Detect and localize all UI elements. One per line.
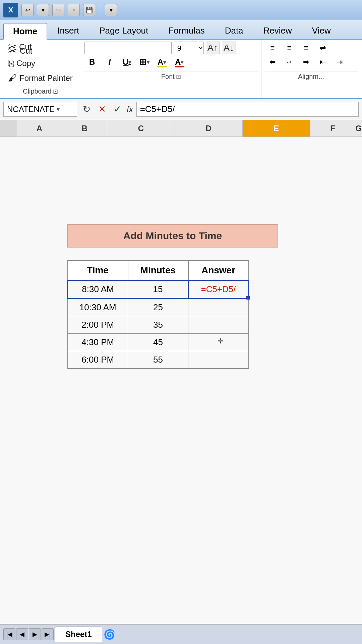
cell-minutes-4[interactable]: 45 (128, 334, 188, 351)
font-size-dropdown[interactable]: 9 (174, 42, 204, 54)
cell-answer-1[interactable]: =C5+D5/ (188, 280, 249, 299)
clipboard-label: Clipboard ⊡ (5, 86, 75, 95)
border-button[interactable]: ⊞ ▾ (137, 56, 152, 68)
alignment-label: Alignm… (265, 71, 358, 80)
tab-formulas[interactable]: Formulas (159, 22, 214, 39)
redo-button[interactable]: ↪ (52, 4, 64, 16)
quick-access-dropdown[interactable]: ▾ (105, 4, 117, 16)
formula-bar: NCATENATE ▾ ↻ ✕ ✓ fx =C5+D5/ (0, 99, 362, 120)
copy-icon: ⎘ (8, 58, 14, 69)
sheet-nav-prev[interactable]: ◀ (16, 628, 28, 640)
align-top-center[interactable]: ≡ (282, 42, 297, 54)
tab-insert[interactable]: Insert (48, 22, 89, 39)
underline-button[interactable]: U ▾ (119, 56, 135, 68)
cell-answer-5[interactable] (188, 351, 249, 369)
font-expand-icon[interactable]: ⊡ (176, 73, 181, 80)
clipboard-group: ✂ Cut ✂ Cut ⎘ Copy 🖌 Format Painter Clip… (0, 40, 81, 98)
align-right[interactable]: ➡ (298, 56, 314, 68)
tab-data[interactable]: Data (215, 22, 253, 39)
color-dropdown-arrow[interactable]: ▾ (181, 59, 183, 65)
align-left[interactable]: ⬅ (265, 56, 280, 68)
table-row: 2:00 PM 35 (68, 316, 249, 334)
col-header-c[interactable]: C (107, 120, 175, 137)
fx-label: fx (127, 105, 133, 114)
bold-button[interactable]: B (84, 56, 100, 68)
format-painter-button[interactable]: 🖌 Format Painter (5, 71, 75, 85)
col-header-b[interactable]: B (62, 120, 107, 137)
indent-increase[interactable]: ⇥ (332, 56, 347, 68)
column-headers: A B C D E F G (0, 120, 362, 137)
copy-button[interactable]: ⎘ Copy (5, 57, 75, 70)
clipboard-expand-icon[interactable]: ⊡ (53, 88, 58, 95)
tab-review[interactable]: Review (254, 22, 302, 39)
formula-input[interactable]: =C5+D5/ (136, 102, 359, 117)
title-bar: X ↩ ▾ ↪ ▾ 💾 ▾ (0, 0, 362, 20)
col-header-minutes: Minutes (128, 261, 188, 280)
align-row-1: ≡ ≡ ≡ ⇌ (265, 42, 358, 54)
separator-1 (100, 4, 100, 16)
tab-page-layout[interactable]: Page Layout (89, 22, 158, 39)
wrap-text[interactable]: ⇌ (315, 42, 330, 54)
ribbon-tabs: Home Insert Page Layout Formulas Data Re… (0, 20, 362, 40)
indent-decrease[interactable]: ⇤ (315, 56, 330, 68)
font-grow-button[interactable]: A↑ (206, 42, 220, 54)
name-box-arrow[interactable]: ▾ (57, 106, 60, 113)
cut-label-2: Cut (19, 42, 32, 52)
redo-dropdown[interactable]: ▾ (68, 4, 80, 16)
save-button[interactable]: 💾 (83, 4, 95, 16)
scissors-icon: ✂ (8, 41, 16, 53)
cell-minutes-5[interactable]: 55 (128, 351, 188, 369)
cut-button[interactable]: ✂ Cut (5, 40, 75, 54)
table-row: 6:00 PM 55 (68, 351, 249, 369)
font-color-button[interactable]: A ▾ (172, 56, 187, 68)
format-painter-label: Format Painter (19, 73, 73, 83)
italic-button[interactable]: I (102, 56, 117, 68)
font-group: 9 A↑ A↓ B I U ▾ ⊞ ▾ A ▾ A ▾ (81, 40, 261, 98)
cell-minutes-3[interactable]: 35 (128, 316, 188, 334)
name-box[interactable]: NCATENATE ▾ (3, 102, 77, 117)
align-top-left[interactable]: ≡ (265, 42, 280, 54)
font-name-dropdown[interactable] (84, 42, 172, 54)
sheet-nav-next[interactable]: ▶ (29, 628, 41, 640)
border-dropdown-arrow[interactable]: ▾ (147, 59, 149, 65)
cell-time-1[interactable]: 8:30 AM (68, 280, 128, 299)
undo-dropdown[interactable]: ▾ (37, 4, 49, 16)
col-header-f[interactable]: F (310, 120, 356, 137)
sheet-nav-first[interactable]: |◀ (3, 628, 15, 640)
paintbrush-icon: 🖌 (8, 73, 17, 83)
cell-answer-3[interactable] (188, 316, 249, 334)
copy-label: Copy (16, 59, 35, 68)
underline-dropdown-arrow[interactable]: ▾ (128, 59, 131, 65)
cell-time-5[interactable]: 6:00 PM (68, 351, 128, 369)
fill-dropdown-arrow[interactable]: ▾ (163, 59, 166, 65)
tab-view[interactable]: View (302, 22, 341, 39)
name-box-value: NCATENATE (7, 105, 55, 114)
tab-home[interactable]: Home (3, 23, 47, 40)
col-header-e[interactable]: E (243, 120, 310, 137)
col-header-d[interactable]: D (175, 120, 243, 137)
cell-time-2[interactable]: 10:30 AM (68, 299, 128, 316)
col-header-a[interactable]: A (17, 120, 62, 137)
align-top-right[interactable]: ≡ (298, 42, 314, 54)
app-icon: X (3, 3, 18, 17)
formula-cancel-btn[interactable]: ✕ (96, 103, 108, 115)
font-shrink-button[interactable]: A↓ (222, 42, 236, 54)
cell-answer-4[interactable] (188, 334, 249, 351)
col-header-answer: Answer (188, 261, 249, 280)
cell-minutes-2[interactable]: 25 (128, 299, 188, 316)
col-header-g[interactable]: G (355, 120, 362, 137)
cell-answer-2[interactable] (188, 299, 249, 316)
sheet-tab-icon[interactable]: 🌀 (104, 628, 116, 640)
undo-button[interactable]: ↩ (21, 4, 34, 16)
fill-handle[interactable] (246, 296, 250, 300)
align-center[interactable]: ↔ (282, 56, 297, 68)
formula-confirm-btn[interactable]: ✓ (111, 103, 123, 115)
cell-time-4[interactable]: 4:30 PM (68, 334, 128, 351)
sheet-nav-last[interactable]: ▶| (42, 628, 54, 640)
cell-minutes-1[interactable]: 15 (128, 280, 188, 299)
fill-button[interactable]: A ▾ (154, 56, 170, 68)
sheet-tab-1[interactable]: Sheet1 (55, 627, 102, 642)
align-row-2: ⬅ ↔ ➡ ⇤ ⇥ (265, 56, 358, 68)
cell-time-3[interactable]: 2:00 PM (68, 316, 128, 334)
formula-refresh-btn[interactable]: ↻ (80, 103, 93, 115)
